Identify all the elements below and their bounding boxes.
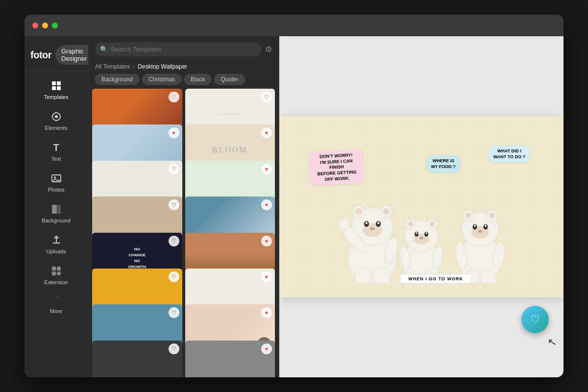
svg-point-7 [54, 176, 56, 178]
heart-icon[interactable]: ♥ [261, 164, 272, 174]
sidebar-divider: ··· [24, 291, 88, 302]
templates-icon [49, 79, 63, 93]
sidebar-label-uploads: Uploads [46, 248, 66, 254]
sidebar-label-extension: Extension [44, 279, 68, 285]
breadcrumb-root[interactable]: All Templates [95, 63, 130, 70]
svg-point-41 [426, 232, 427, 234]
heart-icon[interactable]: ♥ [261, 343, 272, 354]
left-sidebar: fotor Graphic Designer ▾ Templ [24, 36, 88, 377]
heart-icon[interactable]: ♡ [169, 343, 179, 354]
svg-point-23 [366, 222, 368, 224]
bears-illustration [318, 175, 524, 283]
sidebar-item-text[interactable]: T Text [24, 137, 88, 166]
svg-rect-0 [52, 81, 56, 85]
heart-icon[interactable]: ♡ [169, 199, 179, 210]
heart-icon[interactable]: ♥ [261, 199, 272, 210]
filter-tag-black[interactable]: Black [184, 74, 211, 85]
canvas-card: DON'T WORRY!I'M SURE I CAN FINISHBEFORE … [279, 116, 564, 297]
svg-point-56 [474, 225, 476, 227]
logo: fotor [30, 49, 51, 61]
uploads-icon [49, 233, 63, 247]
maximize-button[interactable] [52, 23, 58, 28]
svg-rect-12 [52, 271, 56, 275]
heart-icon[interactable]: ♥ [261, 236, 272, 246]
sidebar-label-photos: Photos [48, 187, 64, 193]
search-wrap: 🔍 ⚙ [95, 42, 272, 56]
svg-rect-2 [52, 86, 56, 90]
title-bar [24, 15, 564, 36]
svg-rect-8 [52, 205, 57, 214]
heart-icon[interactable]: ♥ [261, 271, 272, 282]
svg-point-27 [338, 218, 350, 230]
svg-point-51 [466, 213, 471, 219]
svg-point-19 [383, 208, 390, 215]
text-icon: T [49, 141, 63, 154]
sidebar-item-elements[interactable]: Elements [24, 106, 88, 135]
template-thumb[interactable]: ♥ [185, 341, 275, 377]
elements-icon [49, 110, 63, 123]
banner-text: WHEN I GO TO WORK [400, 274, 471, 284]
svg-point-36 [430, 221, 435, 227]
minimize-button[interactable] [42, 23, 48, 28]
svg-rect-11 [57, 267, 61, 270]
sidebar-label-background: Background [42, 218, 71, 223]
sidebar-item-uploads[interactable]: Uploads [24, 229, 88, 258]
heart-icon[interactable]: ♡ [261, 92, 272, 102]
canvas-area: DON'T WORRY!I'M SURE I CAN FINISHBEFORE … [279, 36, 564, 377]
svg-point-24 [377, 222, 379, 224]
heart-icon[interactable]: ♥ [169, 127, 179, 138]
sidebar-item-photos[interactable]: Photos [24, 168, 88, 196]
filter-tag-background[interactable]: Background [95, 74, 139, 85]
svg-rect-10 [52, 267, 56, 270]
search-input[interactable] [95, 42, 261, 56]
heart-fab-icon: ♡ [530, 313, 540, 326]
svg-point-42 [419, 237, 423, 240]
filter-icon[interactable]: ⚙ [265, 45, 272, 54]
sidebar-label-more: More [50, 308, 62, 314]
templates-grid: ♡ ♡ —————— ♥ The World BLOOM [88, 89, 279, 377]
main-layout: 🔍 ⚙ All Templates › Desktop Wallpaper Ba… [88, 36, 564, 377]
filter-tag-quote[interactable]: Quote› [214, 74, 245, 85]
search-icon: 🔍 [100, 46, 108, 53]
heart-icon[interactable]: ♡ [169, 271, 179, 282]
sidebar-item-background[interactable]: Background [24, 198, 88, 227]
heart-icon[interactable]: ♥ [261, 307, 272, 318]
speech-bubble-middle: WHERE ISMY FOOD ? [426, 155, 461, 172]
svg-point-5 [55, 115, 58, 118]
template-thumb[interactable]: ♡ [92, 341, 182, 377]
fab-button[interactable]: ♡ [521, 306, 549, 333]
templates-panel: 🔍 ⚙ All Templates › Desktop Wallpaper Ba… [88, 36, 279, 377]
breadcrumb-sep: › [133, 63, 135, 70]
background-icon [49, 202, 63, 216]
svg-point-25 [370, 227, 375, 230]
svg-rect-3 [57, 86, 61, 90]
svg-point-58 [478, 230, 483, 233]
svg-point-18 [355, 208, 362, 215]
photos-icon [49, 172, 63, 185]
extension-icon [49, 264, 63, 278]
heart-icon[interactable]: ♡ [169, 92, 179, 102]
templates-header: 🔍 ⚙ [88, 36, 279, 60]
designer-label: Graphic Designer [61, 48, 87, 62]
sidebar-item-templates[interactable]: Templates [24, 75, 88, 104]
sidebar-label-text: Text [51, 156, 61, 162]
breadcrumb: All Templates › Desktop Wallpaper [88, 60, 279, 72]
svg-rect-9 [57, 205, 61, 214]
sidebar-label-elements: Elements [45, 125, 68, 131]
breadcrumb-current: Desktop Wallpaper [138, 63, 187, 70]
svg-rect-1 [57, 81, 61, 85]
heart-icon[interactable]: ♡ [169, 307, 179, 318]
cursor-icon: ↖ [547, 336, 558, 350]
content-area: 🔍 ⚙ All Templates › Desktop Wallpaper Ba… [88, 36, 564, 377]
heart-icon[interactable]: ♡ [169, 236, 179, 246]
app-window: fotor Graphic Designer ▾ Templ [24, 15, 564, 377]
svg-point-52 [489, 213, 495, 219]
svg-point-35 [408, 221, 414, 227]
filter-tag-christmas[interactable]: Christmas [142, 74, 181, 85]
heart-icon[interactable]: ♡ [169, 164, 179, 174]
sidebar-item-more[interactable]: More [24, 304, 88, 318]
close-button[interactable] [32, 23, 38, 28]
sidebar-item-extension[interactable]: Extension [24, 260, 88, 289]
sidebar-label-templates: Templates [44, 94, 68, 100]
speech-bubble-right: WHAT DID IWANT TO DO ? [489, 146, 530, 163]
